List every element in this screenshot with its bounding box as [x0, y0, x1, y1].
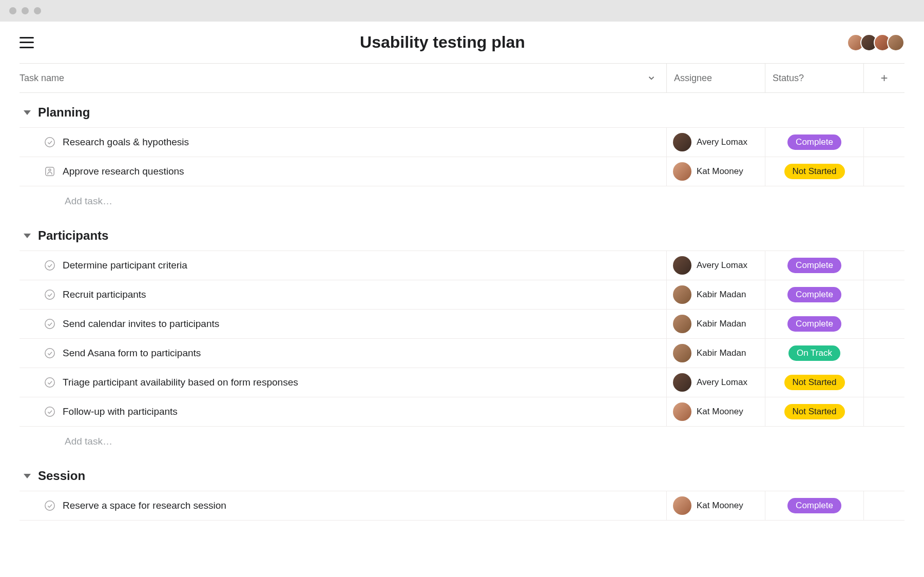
status-cell[interactable]: Complete [765, 128, 863, 157]
task-row[interactable]: Determine participant criteriaAvery Loma… [20, 251, 904, 280]
svg-point-5 [45, 319, 54, 329]
check-circle-icon[interactable] [44, 500, 55, 511]
collaborator-avatars[interactable] [851, 34, 904, 51]
svg-point-9 [45, 501, 54, 510]
task-cell[interactable]: Approve research questions [20, 157, 666, 186]
assignee-cell[interactable]: Kat Mooney [666, 157, 765, 186]
status-badge: On Track [788, 345, 840, 361]
column-header-assignee[interactable]: Assignee [666, 64, 765, 92]
status-cell[interactable]: Complete [765, 280, 863, 309]
traffic-light-zoom[interactable] [34, 7, 41, 14]
assignee-cell[interactable]: Avery Lomax [666, 128, 765, 157]
assignee-name: Kabir Madan [697, 319, 746, 329]
task-row[interactable]: Recruit participantsKabir MadanComplete [20, 280, 904, 310]
task-cell[interactable]: Follow-up with participants [20, 397, 666, 426]
check-circle-icon[interactable] [44, 289, 55, 300]
check-circle-icon[interactable] [44, 260, 55, 271]
traffic-light-minimize[interactable] [22, 7, 29, 14]
assignee-name: Kabir Madan [697, 290, 746, 300]
column-header-task-label: Task name [20, 73, 64, 84]
svg-point-2 [49, 169, 51, 171]
menu-icon[interactable] [20, 37, 34, 48]
task-cell[interactable]: Triage participant availability based on… [20, 368, 666, 397]
status-cell[interactable]: Not Started [765, 397, 863, 426]
assignee-cell[interactable]: Kabir Madan [666, 339, 765, 368]
task-cell[interactable]: Reserve a space for research session [20, 491, 666, 520]
page-title: Usability testing plan [34, 33, 851, 52]
assignee-cell[interactable]: Kat Mooney [666, 397, 765, 426]
task-row[interactable]: Research goals & hypothesisAvery LomaxCo… [20, 127, 904, 157]
task-row[interactable]: Send Asana form to participantsKabir Mad… [20, 338, 904, 368]
svg-point-6 [45, 349, 54, 358]
assignee-name: Kat Mooney [697, 501, 743, 511]
task-cell[interactable]: Research goals & hypothesis [20, 128, 666, 157]
task-row[interactable]: Send calendar invites to participantsKab… [20, 309, 904, 339]
task-cell[interactable]: Determine participant criteria [20, 251, 666, 280]
status-badge: Not Started [784, 375, 845, 390]
status-badge: Complete [787, 134, 841, 150]
status-cell[interactable]: Not Started [765, 157, 863, 186]
task-title: Approve research questions [63, 166, 184, 177]
assignee-name: Avery Lomax [697, 377, 747, 388]
traffic-light-close[interactable] [9, 7, 16, 14]
task-title: Send Asana form to participants [63, 348, 201, 359]
status-cell[interactable]: On Track [765, 339, 863, 368]
section-name: Session [38, 469, 85, 483]
extra-cell [863, 339, 904, 368]
status-badge: Complete [787, 316, 841, 332]
assignee-name: Kabir Madan [697, 348, 746, 358]
task-cell[interactable]: Send calendar invites to participants [20, 310, 666, 338]
check-circle-icon[interactable] [44, 377, 55, 388]
task-row[interactable]: Follow-up with participantsKat MooneyNot… [20, 397, 904, 427]
chevron-down-icon [24, 110, 31, 115]
avatar [673, 496, 691, 515]
task-title: Follow-up with participants [63, 406, 178, 417]
avatar [673, 315, 691, 333]
add-task-button[interactable]: Add task… [20, 186, 904, 216]
task-cell[interactable]: Recruit participants [20, 280, 666, 309]
section-header[interactable]: Participants [20, 216, 904, 251]
status-badge: Complete [787, 258, 841, 273]
assignee-cell[interactable]: Avery Lomax [666, 251, 765, 280]
add-column-button[interactable]: + [863, 64, 904, 92]
chevron-down-icon[interactable] [647, 73, 656, 83]
window-chrome [0, 0, 924, 22]
assignee-cell[interactable]: Kabir Madan [666, 280, 765, 309]
section-header[interactable]: Planning [20, 93, 904, 128]
column-header-task[interactable]: Task name [20, 64, 666, 92]
task-row[interactable]: Reserve a space for research sessionKat … [20, 491, 904, 521]
task-row[interactable]: Approve research questionsKat MooneyNot … [20, 157, 904, 186]
section-header[interactable]: Session [20, 456, 904, 491]
assignee-cell[interactable]: Kabir Madan [666, 310, 765, 338]
task-title: Determine participant criteria [63, 260, 187, 271]
status-cell[interactable]: Complete [765, 310, 863, 338]
avatar [673, 133, 691, 151]
plus-icon: + [880, 71, 888, 85]
add-task-button[interactable]: Add task… [20, 427, 904, 456]
status-cell[interactable]: Complete [765, 491, 863, 520]
assignee-name: Avery Lomax [697, 137, 747, 147]
svg-point-4 [45, 290, 54, 299]
column-header-status[interactable]: Status? [765, 64, 863, 92]
approval-icon[interactable] [44, 166, 55, 177]
assignee-cell[interactable]: Kat Mooney [666, 491, 765, 520]
app-header: Usability testing plan [0, 22, 924, 63]
check-circle-icon[interactable] [44, 318, 55, 330]
task-title: Send calendar invites to participants [63, 318, 219, 330]
task-row[interactable]: Triage participant availability based on… [20, 368, 904, 397]
check-circle-icon[interactable] [44, 406, 55, 417]
check-circle-icon[interactable] [44, 137, 55, 148]
status-cell[interactable]: Not Started [765, 368, 863, 397]
status-badge: Complete [787, 498, 841, 513]
extra-cell [863, 280, 904, 309]
status-cell[interactable]: Complete [765, 251, 863, 280]
column-header-assignee-label: Assignee [674, 73, 712, 84]
svg-point-0 [45, 138, 54, 147]
assignee-cell[interactable]: Avery Lomax [666, 368, 765, 397]
status-badge: Not Started [784, 164, 845, 179]
avatar[interactable] [887, 34, 904, 51]
check-circle-icon[interactable] [44, 348, 55, 359]
task-cell[interactable]: Send Asana form to participants [20, 339, 666, 368]
task-title: Reserve a space for research session [63, 500, 226, 511]
column-header-row: Task name Assignee Status? + [20, 63, 904, 93]
